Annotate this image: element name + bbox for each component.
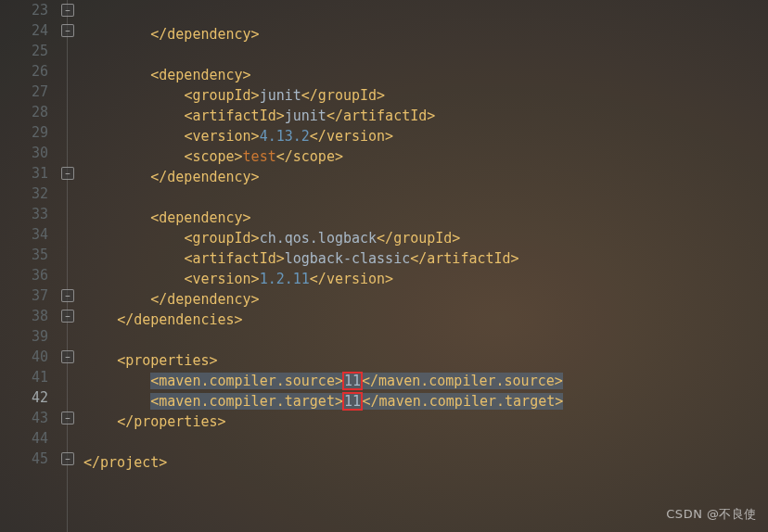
line-number: 30 [0, 143, 48, 163]
line-number: 25 [0, 41, 48, 61]
code-line[interactable]: <version>4.13.2</version> [83, 126, 768, 146]
fold-toggle-icon[interactable]: − [61, 412, 74, 424]
line-number: 44 [0, 428, 48, 449]
fold-toggle-icon[interactable]: − [61, 4, 74, 17]
code-line[interactable]: </dependency> [83, 24, 768, 44]
code-line[interactable]: <dependency> [83, 65, 768, 85]
line-number: 42 [0, 387, 48, 408]
fold-toggle-icon[interactable]: − [61, 167, 74, 180]
line-number: 39 [0, 326, 48, 347]
fold-row [58, 41, 78, 61]
fold-row [58, 184, 78, 204]
code-line[interactable] [83, 432, 768, 452]
line-number: 23 [0, 0, 48, 20]
fold-row [58, 326, 78, 347]
fold-row [58, 102, 78, 122]
line-number: 34 [0, 224, 48, 245]
fold-row: − [58, 449, 78, 469]
watermark: CSDN @不良使 [666, 506, 757, 523]
fold-toggle-icon[interactable]: − [61, 310, 74, 323]
code-line[interactable]: <groupId>ch.qos.logback</groupId> [83, 228, 768, 248]
line-number: 29 [0, 122, 48, 143]
code-area[interactable]: </dependency> <dependency> <groupId>juni… [78, 0, 768, 532]
code-editor[interactable]: 2324252627282930313233343536373839404142… [0, 0, 768, 532]
code-line[interactable]: <artifactId>junit</artifactId> [83, 106, 768, 126]
fold-row: − [58, 163, 78, 184]
code-line[interactable]: </dependency> [83, 167, 768, 187]
code-line[interactable]: <artifactId>logback-classic</artifactId> [83, 248, 768, 269]
line-number: 41 [0, 367, 48, 387]
code-line[interactable]: </dependency> [83, 289, 768, 310]
line-number: 40 [0, 347, 48, 367]
fold-row: − [58, 285, 78, 306]
code-line[interactable] [83, 330, 768, 350]
fold-toggle-icon[interactable]: − [61, 452, 74, 465]
fold-toggle-icon[interactable]: − [61, 289, 74, 302]
fold-row [58, 204, 78, 224]
fold-row [58, 143, 78, 163]
line-number: 35 [0, 245, 48, 265]
fold-row [58, 61, 78, 82]
code-line[interactable]: </dependencies> [83, 310, 768, 330]
fold-toggle-icon[interactable]: − [61, 350, 74, 363]
code-line[interactable]: <groupId>junit</groupId> [83, 85, 768, 106]
code-line[interactable]: <version>1.2.11</version> [83, 269, 768, 289]
line-number: 28 [0, 102, 48, 122]
code-line[interactable]: <dependency> [83, 208, 768, 228]
fold-row: − [58, 408, 78, 428]
fold-row: − [58, 20, 78, 41]
fold-row [58, 82, 78, 102]
line-number: 33 [0, 204, 48, 224]
line-number: 37 [0, 285, 48, 306]
fold-row [58, 122, 78, 143]
code-line[interactable]: <maven.compiler.target>11</maven.compile… [83, 391, 768, 412]
fold-row: − [58, 347, 78, 367]
fold-column: −−−−−−−− [58, 0, 78, 532]
fold-row [58, 428, 78, 449]
line-number: 26 [0, 61, 48, 82]
fold-toggle-icon[interactable]: − [61, 24, 74, 37]
code-line[interactable] [83, 44, 768, 65]
fold-row [58, 367, 78, 387]
fold-row [58, 265, 78, 285]
code-line[interactable]: <properties> [83, 350, 768, 371]
line-number: 32 [0, 184, 48, 204]
line-number: 31 [0, 163, 48, 184]
code-line[interactable]: </project> [83, 452, 768, 473]
line-number: 43 [0, 408, 48, 428]
code-line[interactable]: <maven.compiler.source>11</maven.compile… [83, 371, 768, 391]
line-number: 36 [0, 265, 48, 285]
code-line[interactable]: </properties> [83, 412, 768, 432]
fold-row [58, 245, 78, 265]
fold-row [58, 224, 78, 245]
code-line[interactable]: <scope>test</scope> [83, 146, 768, 167]
fold-row: − [58, 0, 78, 20]
code-line[interactable] [83, 4, 768, 24]
code-line[interactable] [83, 187, 768, 208]
line-number: 24 [0, 20, 48, 41]
fold-row [58, 387, 78, 408]
fold-row: − [58, 306, 78, 326]
line-number: 38 [0, 306, 48, 326]
line-number: 45 [0, 449, 48, 469]
line-number: 27 [0, 82, 48, 102]
line-number-gutter: 2324252627282930313233343536373839404142… [0, 0, 58, 532]
